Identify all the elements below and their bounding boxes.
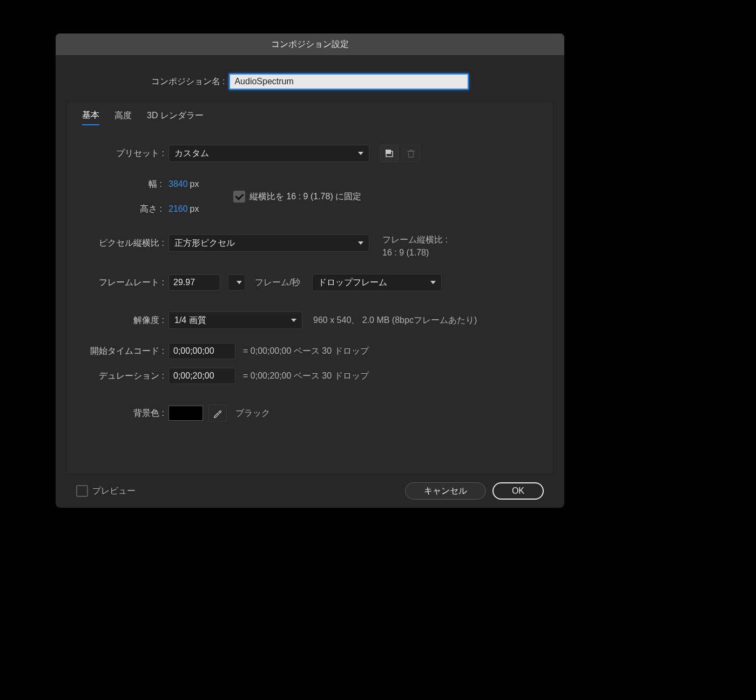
svg-rect-1 — [386, 150, 391, 154]
chevron-down-icon — [291, 319, 296, 322]
dialog-footer: プレビュー キャンセル OK — [66, 474, 554, 508]
cancel-button[interactable]: キャンセル — [405, 482, 486, 500]
height-label: 高さ : — [77, 204, 168, 215]
frame-aspect-block: フレーム縦横比 : 16 : 9 (1.78) — [382, 234, 448, 258]
pixel-aspect-label: ピクセル縦横比 : — [77, 234, 168, 249]
resolution-hint: 960 x 540、 2.0 MB (8bpcフレームあたり) — [313, 315, 477, 326]
save-preset-button[interactable] — [380, 145, 399, 162]
frame-aspect-label: フレーム縦横比 : — [382, 234, 448, 246]
comp-name-input[interactable] — [229, 73, 469, 90]
lock-aspect-row: 縦横比を 16 : 9 (1.78) に固定 — [233, 191, 361, 203]
dialog-body: コンポジション名 : 基本 高度 3D レンダラー プリセット : カスタム — [56, 55, 564, 508]
tab-basic[interactable]: 基本 — [82, 110, 99, 125]
resolution-select[interactable]: 1/4 画質 — [168, 312, 302, 329]
chevron-down-icon — [358, 241, 363, 245]
eyedropper-button[interactable] — [208, 405, 227, 422]
bg-color-label: 背景色 : — [77, 408, 168, 419]
height-value[interactable]: 2160 — [168, 204, 188, 214]
tab-3d-renderer[interactable]: 3D レンダラー — [147, 110, 204, 125]
lock-aspect-label: 縦横比を 16 : 9 (1.78) に固定 — [249, 191, 361, 203]
lock-aspect-checkbox[interactable] — [233, 191, 245, 203]
duration-input[interactable] — [168, 368, 235, 384]
tab-bar: 基本 高度 3D レンダラー — [77, 102, 543, 130]
duration-hint: = 0;00;20;00 ベース 30 ドロップ — [243, 371, 369, 382]
settings-panel: 基本 高度 3D レンダラー プリセット : カスタム — [66, 102, 554, 474]
framerate-row: フレームレート : フレーム/秒 ドロップフレーム — [77, 274, 543, 291]
preset-value: カスタム — [174, 148, 209, 159]
chevron-down-icon — [430, 281, 436, 284]
dropframe-select[interactable]: ドロップフレーム — [312, 274, 442, 291]
dropframe-value: ドロップフレーム — [318, 277, 387, 288]
start-timecode-row: 開始タイムコード : = 0;00;00;00 ベース 30 ドロップ — [77, 343, 543, 359]
bg-color-swatch[interactable] — [168, 406, 203, 421]
resolution-row: 解像度 : 1/4 画質 960 x 540、 2.0 MB (8bpcフレーム… — [77, 312, 543, 329]
duration-label: デュレーション : — [77, 371, 168, 382]
tab-advanced[interactable]: 高度 — [114, 110, 132, 125]
dialog-titlebar: コンポジション設定 — [56, 33, 564, 55]
comp-name-row: コンポジション名 : — [66, 73, 554, 90]
pixel-aspect-row: ピクセル縦横比 : 正方形ピクセル フレーム縦横比 : 16 : 9 (1.78… — [77, 234, 543, 258]
delete-preset-button — [402, 145, 420, 162]
framerate-input[interactable] — [168, 274, 220, 291]
width-value[interactable]: 3840 — [168, 179, 188, 189]
duration-row: デュレーション : = 0;00;20;00 ベース 30 ドロップ — [77, 368, 543, 384]
comp-name-label: コンポジション名 : — [151, 76, 225, 88]
preset-label: プリセット : — [77, 148, 168, 159]
chevron-down-icon — [237, 281, 242, 284]
resolution-label: 解像度 : — [77, 315, 168, 326]
start-timecode-hint: = 0;00;00;00 ベース 30 ドロップ — [243, 346, 369, 357]
preset-row: プリセット : カスタム — [77, 145, 543, 162]
trash-icon — [407, 149, 415, 158]
ok-button[interactable]: OK — [492, 482, 544, 500]
framerate-label: フレームレート : — [77, 277, 168, 288]
dimensions-block: 幅 : 3840 px 高さ : 2160 px 縦横比を 16 : 9 (1.… — [77, 172, 543, 221]
dialog-title: コンポジション設定 — [271, 39, 349, 50]
resolution-value: 1/4 画質 — [174, 315, 206, 326]
framerate-dropdown-button[interactable] — [228, 274, 245, 291]
fps-label: フレーム/秒 — [255, 277, 300, 288]
frame-aspect-value: 16 : 9 (1.78) — [382, 248, 448, 258]
width-unit: px — [190, 179, 199, 189]
bg-color-row: 背景色 : ブラック — [77, 405, 543, 422]
preview-row: プレビュー — [76, 485, 136, 497]
preview-checkbox[interactable] — [76, 485, 88, 497]
start-timecode-label: 開始タイムコード : — [77, 346, 168, 357]
height-unit: px — [190, 204, 199, 214]
pixel-aspect-select[interactable]: 正方形ピクセル — [168, 234, 369, 252]
preview-label: プレビュー — [92, 486, 136, 497]
width-row: 幅 : 3840 px — [77, 172, 233, 197]
preset-select[interactable]: カスタム — [168, 145, 369, 162]
start-timecode-input[interactable] — [168, 343, 235, 359]
bg-color-name: ブラック — [235, 408, 270, 419]
composition-settings-dialog: コンポジション設定 コンポジション名 : 基本 高度 3D レンダラー プリセッ… — [56, 33, 564, 508]
pixel-aspect-value: 正方形ピクセル — [174, 238, 235, 249]
save-icon — [385, 149, 394, 158]
chevron-down-icon — [358, 152, 363, 155]
width-label: 幅 : — [77, 179, 168, 190]
eyedropper-icon — [213, 408, 222, 418]
height-row: 高さ : 2160 px — [77, 197, 233, 221]
